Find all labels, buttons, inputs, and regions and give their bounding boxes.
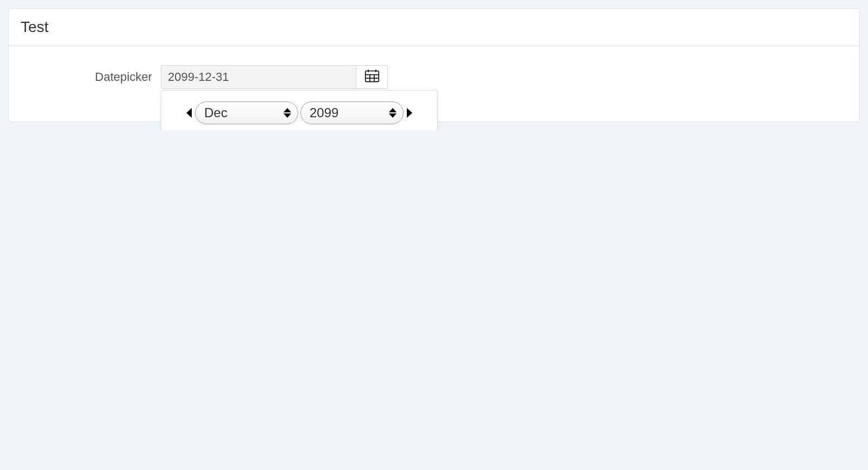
month-select[interactable]: Dec [195, 101, 298, 124]
panel-title: Test [9, 9, 859, 46]
next-month-button[interactable] [407, 108, 412, 118]
select-spinner-icon [284, 108, 291, 118]
svg-rect-0 [365, 71, 379, 81]
datepicker-input-group: Dec 2099 [161, 65, 388, 89]
year-select-value: 2099 [310, 105, 338, 120]
panel-body: Datepicker [9, 46, 859, 122]
prev-month-button[interactable] [186, 108, 192, 118]
date-input[interactable] [161, 65, 356, 89]
select-spinner-icon [389, 108, 397, 118]
month-select-value: Dec [204, 105, 228, 120]
datepicker-label: Datepicker [20, 70, 161, 84]
open-calendar-button[interactable] [356, 65, 388, 89]
datepicker-row: Datepicker [20, 65, 848, 89]
datepicker-popup: Dec 2099 [161, 90, 438, 130]
year-select[interactable]: 2099 [300, 101, 404, 124]
panel: Test Datepicker [8, 8, 860, 122]
calendar-icon [364, 69, 380, 86]
datepicker-header: Dec 2099 [171, 101, 427, 124]
